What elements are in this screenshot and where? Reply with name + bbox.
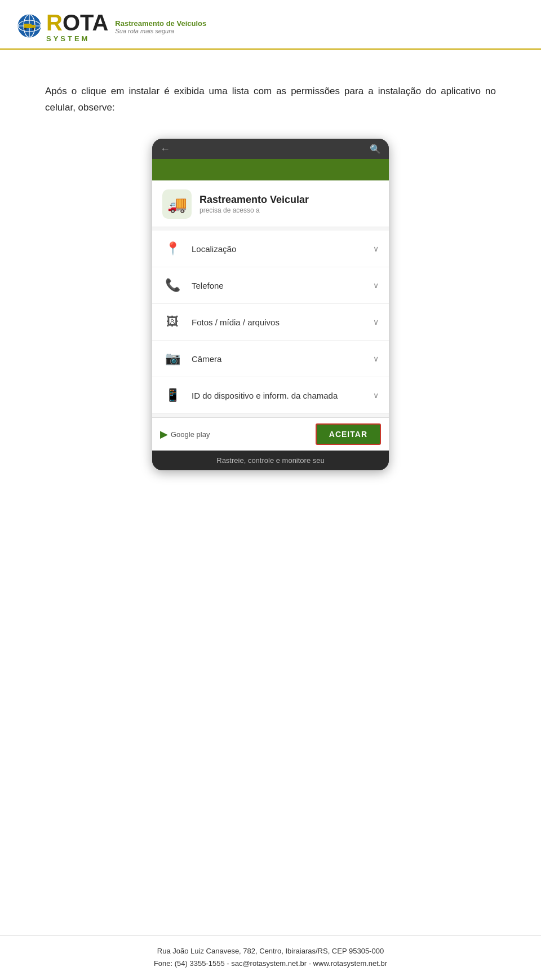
phone-frame: ← 🔍 🚚 Rastreamento Veicular precisa de a… <box>152 139 389 470</box>
permission-photos-icon: 🖼 <box>162 312 183 332</box>
svg-rect-5 <box>24 24 32 28</box>
permission-item-camera: 📷 Câmera ∨ <box>152 341 389 377</box>
permission-camera-label: Câmera <box>192 354 364 364</box>
permission-item-localizacao: 📍 Localização ∨ <box>152 231 389 267</box>
permission-phone-chevron: ∨ <box>373 281 379 290</box>
svg-point-8 <box>32 28 34 30</box>
phone-topbar: ← 🔍 <box>152 139 389 159</box>
bottom-action-bar: ▶ Google play ACEITAR <box>152 417 389 451</box>
footer-contact: Fone: (54) 3355-1555 - sac@rotasystem.ne… <box>0 957 541 970</box>
logo-slogan: Sua rota mais segura <box>115 28 206 34</box>
permission-item-fotos: 🖼 Fotos / mídia / arquivos ∨ <box>152 304 389 341</box>
logo-globe-icon <box>17 14 42 38</box>
permission-item-telefone: 📞 Telefone ∨ <box>152 267 389 304</box>
logo-ota-letters: OTA <box>63 10 108 35</box>
phone-container: ← 🔍 🚚 Rastreamento Veicular precisa de a… <box>45 139 496 470</box>
google-play-icon: ▶ <box>160 428 168 440</box>
logo-wordmark: R OTA SYSTEM <box>46 10 108 43</box>
app-title-section: 🚚 Rastreamento Veicular precisa de acess… <box>152 180 389 227</box>
logo-rastreamento: Rastreamento de Veículos <box>115 19 206 28</box>
footer-address: Rua João Luiz Canavese, 782, Centro, Ibi… <box>0 945 541 957</box>
svg-point-7 <box>24 28 26 30</box>
intro-paragraph: Após o clique em instalar é exibida uma … <box>45 83 496 116</box>
page-header: R OTA SYSTEM Rastreamento de Veículos Su… <box>0 0 541 50</box>
permission-photos-chevron: ∨ <box>373 317 379 326</box>
permission-location-icon: 📍 <box>162 239 183 259</box>
phone-back-icon: ← <box>160 143 170 155</box>
accept-button[interactable]: ACEITAR <box>316 423 381 445</box>
permission-device-icon: 📱 <box>162 385 183 405</box>
logo-r-letter: R <box>46 10 63 35</box>
app-title-name: Rastreamento Veicular <box>199 194 379 206</box>
app-header-bar <box>152 159 389 180</box>
logo-container: R OTA SYSTEM Rastreamento de Veículos Su… <box>17 10 206 43</box>
logo-system-word: SYSTEM <box>46 35 108 43</box>
app-title-text: Rastreamento Veicular precisa de acesso … <box>199 194 379 214</box>
app-title-subtitle: precisa de acesso a <box>199 206 379 214</box>
phone-search-icon: 🔍 <box>370 144 381 154</box>
page-footer: Rua João Luiz Canavese, 782, Centro, Ibi… <box>0 935 541 980</box>
permission-device-chevron: ∨ <box>373 391 379 400</box>
permission-photos-label: Fotos / mídia / arquivos <box>192 317 364 327</box>
google-play-label: Google play <box>171 430 210 439</box>
permission-phone-icon: 📞 <box>162 275 183 295</box>
permission-location-label: Localização <box>192 244 364 254</box>
app-icon-truck: 🚚 <box>162 189 192 219</box>
permission-camera-icon: 📷 <box>162 348 183 369</box>
permission-item-device-id: 📱 ID do dispositivo e inform. da chamada… <box>152 377 389 414</box>
permission-location-chevron: ∨ <box>373 244 379 253</box>
permission-device-label: ID do dispositivo e inform. da chamada <box>192 391 364 400</box>
google-play-logo: ▶ Google play <box>160 428 210 440</box>
permission-phone-label: Telefone <box>192 281 364 290</box>
logo-subtitle-block: Rastreamento de Veículos Sua rota mais s… <box>115 19 206 34</box>
app-content-area: 🚚 Rastreamento Veicular precisa de acess… <box>152 180 389 451</box>
permission-camera-chevron: ∨ <box>373 354 379 363</box>
phone-bottom-tagline: Rastreie, controle e monitore seu <box>152 451 389 470</box>
main-content: Após o clique em instalar é exibida uma … <box>0 50 541 527</box>
permissions-list: 📍 Localização ∨ 📞 Telefone ∨ 🖼 Fotos / m… <box>152 231 389 414</box>
